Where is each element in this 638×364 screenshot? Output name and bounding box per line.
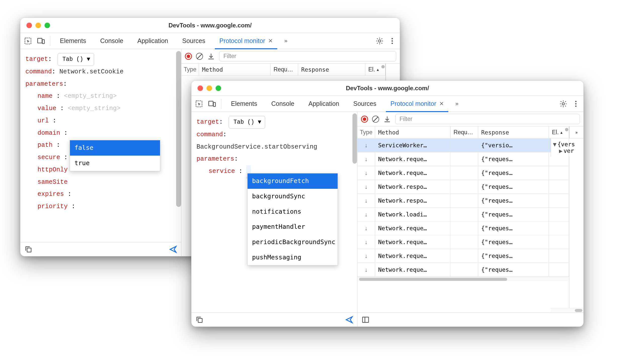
col-type[interactable]: Type [357,126,375,138]
tab-application[interactable]: Application [304,96,344,112]
minimize-window-button[interactable] [35,23,41,28]
filter-input[interactable] [395,114,580,124]
col-response[interactable]: Response [298,64,365,75]
param-samesite[interactable]: sameSite [37,178,68,186]
grid-h-scrollbar[interactable] [357,277,569,281]
maximize-window-button[interactable] [45,23,50,28]
col-elapsed[interactable]: El.▲ [365,64,385,75]
kebab-menu-icon[interactable] [572,100,580,108]
close-window-button[interactable] [26,23,32,28]
autocomplete-item-true[interactable]: true [70,156,160,171]
col-request[interactable]: Requ… [451,126,478,138]
col-method[interactable]: Method [375,126,451,138]
clear-log-button[interactable] [372,116,379,123]
col-response[interactable]: Response [478,126,549,138]
device-toggle-icon[interactable] [208,100,216,108]
param-httponly[interactable]: httpOnly [37,166,68,173]
tab-sources[interactable]: Sources [349,96,381,112]
tab-application[interactable]: Application [133,33,173,49]
param-secure[interactable]: secure [37,154,60,161]
autocomplete-item[interactable]: notifications [248,204,338,219]
col-elapsed[interactable]: El.▲ [549,126,569,138]
target-select[interactable]: Tab () ▼ [229,116,265,129]
send-button[interactable] [169,245,177,253]
gear-icon[interactable] [376,37,384,45]
grid-row[interactable]: ↓Network.loadi…{"reques… [357,208,569,221]
clear-log-button[interactable] [196,53,203,60]
row-elapsed [549,194,569,207]
save-icon[interactable] [383,115,391,123]
row-request [451,249,478,263]
record-button[interactable] [361,116,368,123]
inspect-element-icon[interactable] [195,100,203,108]
close-window-button[interactable] [197,85,203,91]
tab-protocol-monitor[interactable]: Protocol monitor ✕ [215,33,277,49]
inspect-element-icon[interactable] [24,37,32,45]
minimize-window-button[interactable] [207,85,212,91]
autocomplete-item[interactable]: pushMessaging [248,250,338,265]
copy-icon[interactable] [24,245,32,253]
command-value[interactable]: BackgroundService.startObserving [196,143,317,151]
send-button[interactable] [345,316,353,324]
svg-point-5 [391,40,393,41]
grid-row[interactable]: ↓Network.reque…{"reques… [357,166,569,180]
tree-h-scrollbar[interactable] [551,308,583,312]
editor-scrollbar[interactable] [176,51,181,207]
param-name[interactable]: name [37,93,53,100]
autocomplete-item[interactable]: paymentHandler [248,219,338,235]
tab-elements[interactable]: Elements [55,33,91,49]
grid-row[interactable]: ↓Network.reque…{"reques… [357,221,569,235]
tab-console[interactable]: Console [267,96,299,112]
autocomplete-item[interactable]: periodicBackgroundSync [248,235,338,250]
save-icon[interactable] [207,52,215,60]
gear-icon[interactable] [559,100,567,108]
autocomplete-item[interactable]: backgroundSync [248,189,338,204]
col-type[interactable]: Type [181,64,199,75]
tab-elements[interactable]: Elements [226,96,262,112]
more-columns-icon[interactable]: » [569,126,583,139]
kebab-menu-icon[interactable] [388,37,396,45]
toggle-sidebar-icon[interactable] [362,316,370,324]
tab-console[interactable]: Console [96,33,128,49]
tab-close-icon[interactable]: ✕ [268,38,273,44]
tab-sources[interactable]: Sources [178,33,210,49]
grid-row[interactable]: ↓ServiceWorker…{"versio… [357,139,569,152]
filter-input[interactable] [219,51,396,61]
grid-row[interactable]: ↓Network.reque…{"reques… [357,249,569,263]
param-service[interactable]: service [209,168,235,175]
editor-scrollbar[interactable] [352,113,357,164]
device-toggle-icon[interactable] [37,37,45,45]
grid-row[interactable]: ↓Network.respo…{"reques… [357,180,569,194]
col-request[interactable]: Requ… [270,64,298,75]
grid-row[interactable]: ↓Network.reque…{"reques… [357,152,569,166]
col-method[interactable]: Method [199,64,270,75]
command-editor[interactable]: target: Tab () ▼ command: BackgroundServ… [191,112,357,312]
row-type-icon: ↓ [357,249,375,263]
param-priority[interactable]: priority [37,203,68,210]
param-expires[interactable]: expires [37,191,64,198]
tab-protocol-monitor[interactable]: Protocol monitor ✕ [386,96,448,112]
grid-row[interactable]: ↓Network.respo…{"reques… [357,194,569,208]
autocomplete-item-false[interactable]: false [70,140,160,156]
command-editor[interactable]: target: Tab () ▼ command: Network.setCoo… [20,49,181,242]
grid-row[interactable]: ↓Network.reque…{"reques… [357,263,569,277]
more-tabs-icon[interactable]: » [282,38,289,44]
grid-row[interactable]: ↓Network.reque…{"reques… [357,235,569,249]
more-tabs-icon[interactable]: » [453,101,460,107]
command-value[interactable]: Network.setCookie [59,68,124,75]
param-url[interactable]: url [37,117,49,124]
param-value-value[interactable]: <empty_string> [68,105,121,112]
record-button[interactable] [185,53,192,60]
param-name-value[interactable]: <empty_string> [64,93,117,100]
editor-bottombar [191,312,357,327]
tab-close-icon[interactable]: ✕ [439,101,444,107]
param-domain[interactable]: domain [37,129,60,137]
param-value[interactable]: value [37,105,56,112]
param-path[interactable]: path [37,142,53,149]
maximize-window-button[interactable] [216,85,221,91]
mini-scroll[interactable] [381,65,385,68]
copy-icon[interactable] [195,316,204,324]
mini-scroll[interactable] [565,128,568,131]
autocomplete-item[interactable]: backgroundFetch [248,173,338,189]
target-select[interactable]: Tab () ▼ [58,53,94,66]
